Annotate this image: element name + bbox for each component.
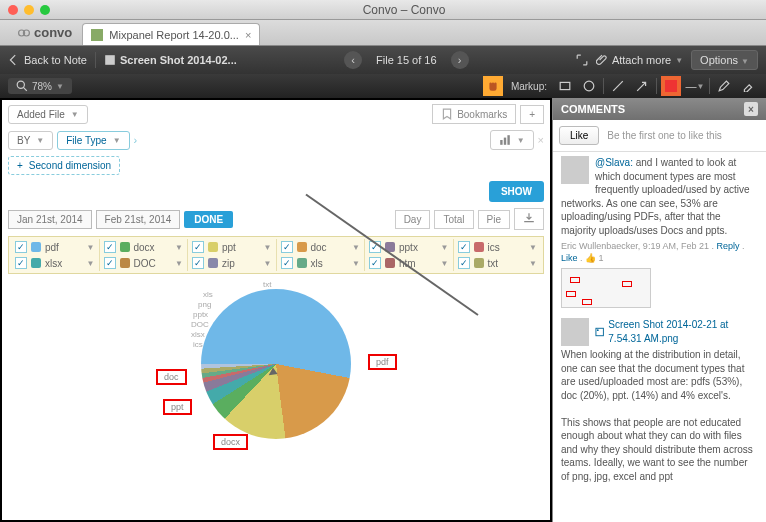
svg-line-9 [637, 82, 645, 90]
svg-rect-6 [560, 82, 570, 89]
filetype-checkbox[interactable]: ✓ics▼ [454, 239, 542, 255]
pie-chart: txt xls png pptx DOC xlsx ics pdf docx p… [8, 274, 544, 454]
remove-segment-button[interactable]: › [134, 134, 138, 146]
like-prompt: Be the first one to like this [607, 130, 722, 141]
comment-meta: Eric Wullenbaecker, 9:19 AM, Feb 21 [561, 241, 709, 251]
svg-rect-14 [596, 328, 603, 335]
comment-item: @Slava: and I wanted to look at which do… [561, 156, 758, 308]
seg-day[interactable]: Day [395, 210, 431, 229]
filetype-checkbox[interactable]: ✓xlsx▼ [11, 255, 100, 271]
add-bookmark-button[interactable]: + [520, 105, 544, 124]
color-red-button[interactable] [661, 76, 681, 96]
line-icon [612, 80, 624, 92]
chart-type-button[interactable]: ▼ [490, 130, 534, 150]
tab-close-icon[interactable]: × [245, 29, 251, 41]
bookmark-icon [441, 108, 453, 120]
date-from[interactable]: Jan 21st, 2014 [8, 210, 92, 229]
filetype-checkbox[interactable]: ✓DOC▼ [100, 255, 189, 271]
filetype-checkbox[interactable]: ✓zip▼ [188, 255, 277, 271]
filetype-checkbox[interactable]: ✓pdf▼ [11, 239, 100, 255]
svg-line-5 [23, 87, 27, 91]
filetype-checkbox[interactable]: ✓ppt▼ [188, 239, 277, 255]
mixpanel-favicon [91, 29, 103, 41]
rect-tool-button[interactable] [555, 76, 575, 96]
app-logo: convo [8, 20, 82, 45]
zoom-window-button[interactable] [40, 5, 50, 15]
annotation-docx: docx [213, 434, 248, 450]
options-button[interactable]: Options ▼ [691, 50, 758, 70]
by-pill[interactable]: BY ▼ [8, 131, 53, 150]
comments-header: COMMENTS × [553, 98, 766, 120]
tab-label: Mixpanel Report 14-20.0... [109, 29, 239, 41]
file-title: Screen Shot 2014-02... [104, 54, 237, 66]
browser-tabbar: convo Mixpanel Report 14-20.0... × [0, 20, 766, 46]
svg-rect-12 [503, 138, 505, 145]
hand-icon [487, 80, 499, 92]
seg-pie[interactable]: Pie [478, 210, 510, 229]
app-toolbar: Back to Note Screen Shot 2014-02... ‹ Fi… [0, 46, 766, 74]
close-panel-button[interactable]: × [744, 102, 758, 116]
back-arrow-icon [8, 54, 20, 66]
file-icon [104, 54, 116, 66]
hand-tool-button[interactable] [483, 76, 503, 96]
browser-tab[interactable]: Mixpanel Report 14-20.0... × [82, 23, 260, 45]
color-swatch-icon [665, 80, 677, 92]
file-counter: File 15 of 16 [376, 54, 437, 66]
svg-point-7 [584, 81, 594, 91]
next-file-button[interactable]: › [451, 51, 469, 69]
close-property-button[interactable]: × [538, 134, 544, 146]
circle-tool-button[interactable] [579, 76, 599, 96]
line-tool-button[interactable] [608, 76, 628, 96]
comments-scroll[interactable]: @Slava: and I wanted to look at which do… [553, 152, 766, 522]
comments-panel: COMMENTS × Like Be the first one to like… [552, 98, 766, 522]
traffic-lights [8, 5, 50, 15]
close-window-button[interactable] [8, 5, 18, 15]
like-link[interactable]: Like [561, 253, 578, 263]
seg-export[interactable] [514, 208, 544, 230]
mention[interactable]: @Slava: [595, 157, 633, 168]
pen-tool-button[interactable] [714, 76, 734, 96]
filetype-pill[interactable]: File Type ▼ [57, 131, 129, 150]
bookmarks-button[interactable]: Bookmarks [432, 104, 516, 124]
show-button[interactable]: SHOW [489, 181, 544, 202]
prev-file-button[interactable]: ‹ [344, 51, 362, 69]
avatar [561, 318, 589, 346]
filetype-legend: ✓pdf▼✓docx▼✓ppt▼✓doc▼✓pptx▼✓ics▼ ✓xlsx▼✓… [8, 236, 544, 274]
minimize-window-button[interactable] [24, 5, 34, 15]
filetype-checkbox[interactable]: ✓docx▼ [100, 239, 189, 255]
like-button[interactable]: Like [559, 126, 599, 145]
done-button[interactable]: DONE [184, 211, 233, 228]
svg-rect-3 [105, 55, 115, 65]
attachment-link[interactable]: Screen Shot 2014-02-21 at 7.54.31 AM.png [595, 318, 758, 345]
add-dimension-button[interactable]: + Second dimension [8, 156, 120, 175]
svg-rect-13 [507, 135, 509, 145]
seg-total[interactable]: Total [434, 210, 473, 229]
bar-chart-icon [499, 134, 511, 146]
image-viewer[interactable]: Added File ▼ Bookmarks + BY ▼ File Type … [2, 100, 550, 520]
arrow-tool-button[interactable] [632, 76, 652, 96]
comment-item: Screen Shot 2014-02-21 at 7.54.31 AM.png… [561, 318, 758, 483]
markup-label: Markup: [511, 81, 547, 92]
highlighter-tool-button[interactable] [738, 76, 758, 96]
download-icon [523, 212, 535, 224]
attach-more-button[interactable]: Attach more ▼ [596, 54, 683, 66]
zoom-icon [16, 80, 28, 92]
annotation-ppt: ppt [163, 399, 192, 415]
filetype-checkbox[interactable]: ✓doc▼ [277, 239, 366, 255]
annotation-doc: doc [156, 369, 187, 385]
highlighter-icon [742, 80, 754, 92]
annotation-pdf: pdf [368, 354, 397, 370]
svg-rect-10 [665, 80, 677, 92]
stroke-width-button[interactable]: —▼ [685, 76, 705, 96]
expand-icon[interactable] [576, 54, 588, 66]
filetype-checkbox[interactable]: ✓txt▼ [454, 255, 542, 271]
filetype-checkbox[interactable]: ✓xls▼ [277, 255, 366, 271]
zoom-level-button[interactable]: 78% ▼ [8, 78, 72, 94]
chevron-down-icon: ▼ [675, 56, 683, 65]
added-file-pill[interactable]: Added File ▼ [8, 105, 88, 124]
date-to[interactable]: Feb 21st, 2014 [96, 210, 181, 229]
reply-link[interactable]: Reply [716, 241, 739, 251]
svg-line-8 [613, 81, 623, 91]
back-to-note-button[interactable]: Back to Note [8, 54, 87, 66]
attachment-thumbnail[interactable] [561, 268, 651, 308]
